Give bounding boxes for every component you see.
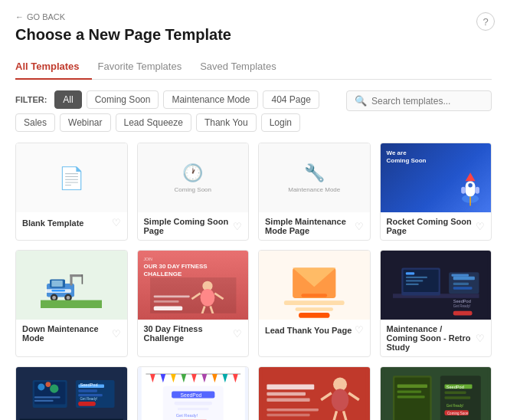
svg-point-58 <box>46 382 51 387</box>
svg-rect-37 <box>299 313 330 318</box>
template-card-maintenance-retro[interactable]: SeedPod Get Ready! Maintenance / Coming … <box>380 250 492 357</box>
svg-rect-66 <box>78 394 103 396</box>
svg-text:SeedPod: SeedPod <box>180 392 201 398</box>
template-card-rocket-coming-soon[interactable]: We areComing Soon Rocket Coming Soon Pag… <box>380 143 492 241</box>
svg-rect-34 <box>301 294 327 297</box>
svg-rect-44 <box>405 280 423 281</box>
template-card-mc-sky[interactable]: SeedPod Get Ready! Maintenance / Coming … <box>15 366 128 420</box>
svg-rect-50 <box>451 274 469 276</box>
svg-rect-106 <box>397 390 421 392</box>
template-name-down-maintenance: Down Maintenance Mode <box>22 324 112 343</box>
svg-point-59 <box>50 385 58 393</box>
fitness2-illustration: THE PROGRAM <box>259 367 370 420</box>
svg-rect-65 <box>78 389 97 392</box>
svg-rect-48 <box>453 283 468 285</box>
template-card-fitness[interactable]: JOIN OUR 30 DAY FITNESS CHALLENGE <box>137 250 250 357</box>
svg-text:Get Ready!: Get Ready! <box>453 304 470 308</box>
template-name-simple-coming-soon: Simple Coming Soon Page <box>144 217 234 235</box>
filter-404[interactable]: 404 Page <box>263 90 319 109</box>
filter-lead-squeeze[interactable]: Lead Squeeze <box>116 113 191 132</box>
tab-favorite-templates[interactable]: Favorite Templates <box>98 54 195 80</box>
go-back-button[interactable]: ← GO BACK <box>15 12 492 21</box>
svg-rect-49 <box>453 287 472 289</box>
heart-icon-blank[interactable]: ♡ <box>112 217 121 228</box>
template-thumb-rocket-coming-soon: We areComing Soon <box>381 143 492 212</box>
svg-text:SeedPod: SeedPod <box>446 385 463 389</box>
colorful-coming-soon-illustration: SeedPod Get Ready! <box>138 367 249 420</box>
filter-search-row: FILTER: All Coming Soon Maintenance Mode… <box>15 90 492 132</box>
search-input[interactable] <box>371 96 483 107</box>
svg-marker-2 <box>466 172 476 181</box>
svg-rect-43 <box>405 277 427 278</box>
template-card-simple-coming-soon[interactable]: 🕐 Coming Soon Simple Coming Soon Page ♡ <box>137 143 250 241</box>
template-card-down-maintenance[interactable]: Down Maintenance Mode ♡ <box>15 250 128 357</box>
blank-file-icon: 📄 <box>58 166 85 191</box>
filter-coming-soon[interactable]: Coming Soon <box>87 90 159 109</box>
filter-all[interactable]: All <box>54 90 81 109</box>
search-box: 🔍 <box>346 90 492 111</box>
rocket-illustration <box>446 167 488 209</box>
page-title: Choose a New Page Template <box>15 26 492 44</box>
heart-icon-down-maintenance[interactable]: ♡ <box>112 328 121 340</box>
filter-thank-you[interactable]: Thank You <box>196 113 257 132</box>
sky-illustration: SeedPod Get Ready! <box>16 367 127 420</box>
heart-icon-lead-thankyou[interactable]: ♡ <box>355 324 364 336</box>
filter-login[interactable]: Login <box>261 113 300 132</box>
heart-icon-fitness[interactable]: ♡ <box>233 328 242 340</box>
tab-all-templates[interactable]: All Templates <box>15 54 92 80</box>
template-card-lead-thankyou[interactable]: Lead Thank You Page ♡ <box>258 250 371 357</box>
template-card-coming-colored[interactable]: SeedPod Get Ready! Coming Soon Colorful … <box>137 366 250 420</box>
svg-point-93 <box>332 389 349 411</box>
template-name-rocket-coming-soon: Rocket Coming Soon Page <box>387 217 476 235</box>
template-name-lead-thankyou: Lead Thank You Page <box>265 326 352 335</box>
template-thumb-mc-sky: SeedPod Get Ready! <box>16 367 127 420</box>
svg-rect-112 <box>444 396 470 399</box>
go-back-label: GO BACK <box>27 12 65 21</box>
svg-text:Coming Soon: Coming Soon <box>446 412 468 415</box>
svg-rect-16 <box>70 274 83 277</box>
svg-point-14 <box>67 296 70 300</box>
heart-icon-maintenance-retro[interactable]: ♡ <box>476 333 485 344</box>
thankyou-illustration <box>259 251 370 320</box>
filter-maintenance-mode[interactable]: Maintenance Mode <box>163 90 258 109</box>
svg-rect-29 <box>153 300 178 303</box>
templates-grid: 📄 Blank Template ♡ 🕐 Coming Soon Simple … <box>15 143 492 420</box>
help-button[interactable]: ? <box>476 12 495 31</box>
template-card-maintenance-coming[interactable]: SeedPod Get Ready! Coming Soon Maintenan… <box>380 366 492 420</box>
svg-rect-4 <box>476 187 480 194</box>
svg-rect-20 <box>41 300 102 308</box>
svg-text:Get Ready!: Get Ready! <box>446 404 463 408</box>
svg-rect-3 <box>461 187 466 194</box>
template-thumb-down-maintenance <box>16 251 127 320</box>
template-thumb-simple-coming-soon: 🕐 Coming Soon <box>138 143 249 212</box>
heart-icon-simple-coming-soon[interactable]: ♡ <box>233 221 242 232</box>
filter-webinar[interactable]: Webinar <box>60 113 110 132</box>
svg-rect-98 <box>267 409 319 411</box>
svg-rect-84 <box>174 402 212 405</box>
template-thumb-lead-thankyou <box>259 251 370 320</box>
go-back-arrow: ← <box>15 12 24 21</box>
svg-text:Get Ready!: Get Ready! <box>80 397 98 401</box>
filter-sales[interactable]: Sales <box>15 113 55 132</box>
tab-saved-templates[interactable]: Saved Templates <box>200 54 289 80</box>
heart-icon-rocket-coming-soon[interactable]: ♡ <box>476 221 485 232</box>
svg-text:SeedPod: SeedPod <box>80 382 98 387</box>
template-thumb-blank: 📄 <box>16 143 127 212</box>
template-thumb-simple-maintenance: 🔧 Maintenance Mode <box>259 143 370 212</box>
template-card-blank[interactable]: 📄 Blank Template ♡ <box>15 143 128 241</box>
wrench-icon: 🔧 <box>304 163 325 183</box>
template-card-fitness2[interactable]: THE PROGRAM 30 Day Fitness Challenge 2 ♡ <box>258 366 371 420</box>
svg-rect-111 <box>444 392 466 394</box>
template-card-simple-maintenance[interactable]: 🔧 Maintenance Mode Simple Maintenance Mo… <box>258 143 371 241</box>
maintenance-mode-label: Maintenance Mode <box>288 186 340 193</box>
template-thumb-maintenance-retro: SeedPod Get Ready! <box>381 251 492 320</box>
template-name-maintenance-retro: Maintenance / Coming Soon - Retro Study <box>387 324 476 352</box>
svg-rect-91 <box>267 399 309 402</box>
svg-rect-85 <box>178 408 209 410</box>
svg-rect-68 <box>78 402 96 406</box>
retro-illustration: SeedPod Get Ready! <box>381 251 492 320</box>
heart-icon-simple-maintenance[interactable]: ♡ <box>355 221 364 232</box>
template-thumb-fitness2: THE PROGRAM <box>259 367 370 420</box>
template-name-simple-maintenance: Simple Maintenance Mode Page <box>265 217 355 235</box>
maintenance-coming-illustration: SeedPod Get Ready! Coming Soon <box>381 367 492 420</box>
